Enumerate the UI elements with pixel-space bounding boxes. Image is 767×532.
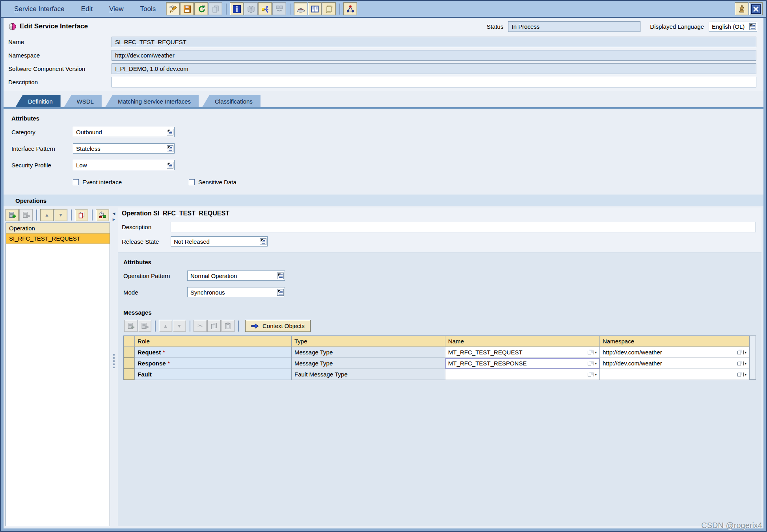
toolbar-separator [155, 321, 156, 332]
delete-operation-button[interactable] [19, 209, 33, 221]
test-button[interactable] [735, 2, 748, 15]
close-button[interactable] [749, 2, 763, 15]
save-button[interactable] [180, 2, 194, 15]
operation-description-row: Description [122, 222, 756, 232]
dropdown-caret-icon: ▾ [594, 373, 597, 376]
value-help[interactable]: ▾ [737, 349, 747, 355]
interface-pattern-select[interactable]: Stateless [73, 143, 175, 154]
operation-description-input[interactable] [171, 222, 756, 232]
name-cell[interactable]: MT_RFC_TEST_RESPONSE ▾ [445, 358, 600, 369]
where-used-button[interactable] [294, 2, 307, 15]
operation-description-label: Description [122, 224, 171, 230]
tab-matching-service-interfaces[interactable]: Matching Service Interfaces [105, 95, 199, 107]
messages-table: Role Type Name Namespace Request* Messag… [123, 336, 750, 380]
form-row-description: Description [8, 77, 756, 87]
dropdown-icon[interactable] [167, 129, 173, 135]
copy-message-button[interactable] [207, 320, 221, 332]
event-interface-checkbox[interactable] [73, 179, 79, 185]
message-up-button[interactable]: ▲ [159, 320, 172, 332]
collapse-right-icon[interactable]: ► [112, 217, 116, 222]
dropdown-icon[interactable] [260, 238, 266, 245]
operation-list-item[interactable]: SI_RFC_TEST_REQUEST [6, 234, 110, 244]
dropdown-icon[interactable] [167, 162, 173, 169]
attributes-section: Attributes Category Outbound Interface P… [4, 109, 763, 195]
namespace-cell[interactable]: ▾ [600, 369, 750, 380]
window-body: Edit Service Interface Status In Process… [4, 18, 763, 528]
compare-button[interactable] [272, 2, 286, 15]
interface-pattern-label: Interface Pattern [11, 145, 73, 152]
cut-button[interactable]: ✂ [194, 320, 207, 332]
tab-classifications[interactable]: Classifications [202, 95, 261, 107]
category-select[interactable]: Outbound [73, 127, 175, 137]
delete-message-button[interactable] [138, 320, 151, 332]
tab-wsdl[interactable]: WSDL [64, 95, 102, 107]
value-help[interactable]: ▾ [737, 371, 747, 377]
dropdown-caret-icon: ▾ [743, 350, 747, 354]
software-component-version-field: I_PI_DEMO, 1.0 of dev.com [112, 63, 756, 74]
tab-definition[interactable]: Definition [15, 95, 61, 107]
splitter-grip-icon[interactable] [113, 354, 115, 368]
app-window: Service Interface Edit View Tools [0, 0, 767, 532]
name-cell[interactable]: MT_RFC_TEST_REQUEST ▾ [445, 347, 600, 358]
name-cell[interactable]: ▾ [445, 369, 600, 380]
delete-row-icon [141, 322, 149, 330]
mode-select[interactable]: Synchronous [187, 287, 285, 297]
move-down-button[interactable]: ▼ [54, 209, 67, 221]
dropdown-icon[interactable] [277, 272, 284, 279]
dropdown-caret-icon: ▾ [743, 361, 747, 365]
copy-operation-button[interactable] [75, 209, 88, 221]
service-interface-icon [8, 22, 17, 31]
paste-button[interactable] [221, 320, 235, 332]
checkbox-row: Event interface Sensitive Data [11, 179, 763, 185]
dropdown-caret-icon: ▾ [743, 373, 747, 376]
security-profile-select[interactable]: Low [73, 160, 175, 170]
dropdown-icon[interactable] [167, 145, 173, 152]
value-help[interactable]: ▾ [587, 360, 597, 366]
table-scrollbar[interactable] [750, 336, 756, 380]
history-button[interactable] [322, 2, 336, 15]
sensitive-data-checkbox[interactable] [189, 179, 195, 185]
namespace-label: Namespace [8, 52, 112, 59]
move-up-button[interactable]: ▲ [40, 209, 54, 221]
menu-edit[interactable]: Edit [81, 5, 93, 13]
row-selector[interactable] [124, 347, 135, 358]
namespace-cell[interactable]: http://dev.com/weather ▾ [600, 347, 750, 358]
menu-tools[interactable]: Tools [140, 5, 156, 13]
panel-splitter[interactable]: ◄ ► [110, 208, 118, 526]
row-selector[interactable] [124, 358, 135, 369]
dropdown-caret-icon: ▾ [594, 350, 597, 354]
gauge-icon [99, 211, 106, 219]
notes-button[interactable] [308, 2, 322, 15]
context-arrow-icon [251, 323, 259, 329]
info-button[interactable] [230, 2, 244, 15]
language-select[interactable]: English (OL) [709, 22, 757, 32]
context-objects-button[interactable]: Context Objects [245, 320, 311, 332]
graph-view-button[interactable] [343, 2, 357, 15]
menu-service-interface[interactable]: Service Interface [14, 5, 65, 13]
dropdown-icon[interactable] [277, 289, 284, 296]
add-operation-button[interactable] [6, 209, 19, 221]
dropdown-icon[interactable] [749, 23, 756, 30]
collapse-left-icon[interactable]: ◄ [112, 211, 116, 217]
add-message-button[interactable] [124, 320, 138, 332]
language-label: Displayed Language [650, 23, 704, 30]
description-input[interactable] [112, 77, 756, 87]
value-help[interactable]: ▾ [737, 360, 747, 366]
copy-button[interactable] [209, 2, 222, 15]
row-selector[interactable] [124, 369, 135, 380]
message-down-button[interactable]: ▼ [173, 320, 186, 332]
refresh-button[interactable] [194, 2, 208, 15]
toolbar-separator [92, 209, 93, 221]
release-state-select[interactable]: Not Released [171, 236, 268, 247]
distribute-button[interactable] [258, 2, 272, 15]
namespace-cell[interactable]: http://dev.com/weather ▾ [600, 358, 750, 369]
help-book-button[interactable]: ? [244, 2, 258, 15]
operation-detail-panel: Operation SI_RFC_TEST_REQUEST Descriptio… [118, 208, 761, 526]
value-help[interactable]: ▾ [587, 371, 597, 377]
menu-view[interactable]: View [109, 5, 124, 13]
operation-pattern-select[interactable]: Normal Operation [187, 271, 285, 281]
value-help[interactable]: ▾ [587, 349, 597, 355]
operation-settings-button[interactable] [96, 209, 109, 221]
toolbar-separator [190, 321, 190, 332]
edit-toggle-button[interactable] [166, 2, 180, 15]
